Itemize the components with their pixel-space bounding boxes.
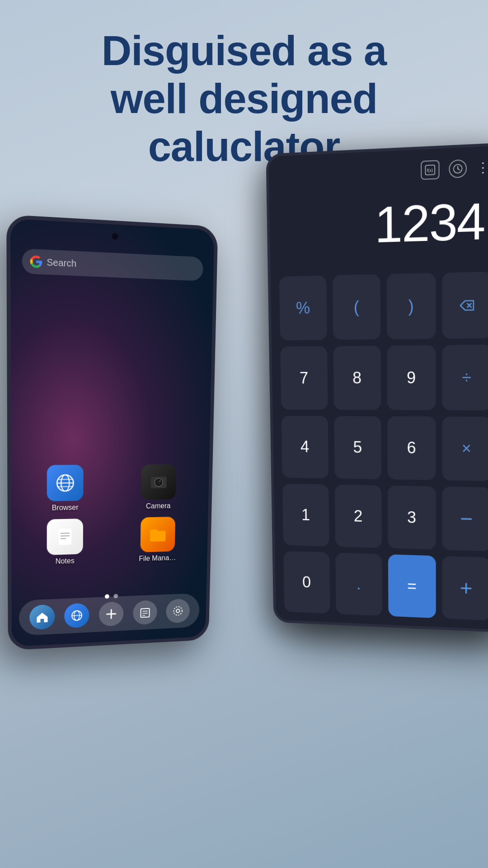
svg-point-23 (174, 607, 182, 616)
google-logo (30, 255, 43, 269)
notes-doc-icon (55, 527, 75, 547)
nine-button[interactable]: 9 (387, 345, 436, 410)
three-button[interactable]: 3 (388, 486, 436, 550)
list-item[interactable]: Notes (21, 518, 109, 566)
close-paren-button[interactable]: ) (387, 273, 436, 340)
svg-line-28 (458, 169, 460, 170)
svg-line-19 (142, 611, 147, 612)
front-camera (111, 232, 119, 241)
percent-button[interactable]: % (279, 275, 327, 340)
four-button[interactable]: 4 (282, 415, 328, 478)
browser-icon (47, 465, 84, 501)
multiply-button[interactable]: × (442, 416, 488, 481)
svg-line-15 (72, 615, 82, 616)
backspace-icon (458, 299, 475, 312)
formula-icon-svg: f(x) (425, 165, 435, 175)
equals-button[interactable]: = (388, 554, 436, 618)
notes-icon (47, 519, 83, 555)
list-item[interactable]: File Mana… (115, 516, 200, 564)
list-item[interactable]: Browser (20, 465, 109, 513)
svg-line-17 (107, 614, 116, 614)
camera-label: Camera (146, 502, 171, 510)
svg-text:f(x): f(x) (427, 168, 433, 173)
delete-button[interactable] (442, 272, 488, 339)
clipboard-icon (139, 606, 151, 619)
open-paren-button[interactable]: ( (333, 274, 381, 340)
plus-button[interactable]: + (442, 556, 488, 621)
folder-icon (148, 525, 168, 544)
phone-back: Search Browser (6, 215, 218, 651)
camera-icon (141, 464, 176, 500)
two-button[interactable]: 2 (334, 485, 382, 548)
phones-area: Search Browser (0, 154, 488, 868)
dock-icon-home[interactable] (29, 604, 55, 630)
six-button[interactable]: 6 (387, 416, 436, 480)
phone-front: f(x) ⋮ 1234 % ( ) (266, 142, 488, 632)
calculator-screen: f(x) ⋮ 1234 % ( ) (268, 146, 488, 630)
calc-display: 1234 (269, 180, 488, 270)
browser-globe-icon (55, 473, 75, 493)
settings-icon (172, 605, 184, 617)
svg-rect-9 (59, 528, 71, 545)
globe-icon (71, 609, 84, 622)
minus-button[interactable]: − (442, 487, 488, 552)
eight-button[interactable]: 8 (333, 346, 381, 410)
history-icon[interactable] (449, 159, 467, 178)
svg-rect-18 (141, 609, 149, 618)
dock-icon-browser[interactable] (65, 603, 89, 628)
seven-button[interactable]: 7 (280, 346, 328, 410)
clock-icon (453, 163, 463, 174)
dock-icon-settings[interactable] (166, 599, 190, 623)
zero-button[interactable]: 0 (283, 551, 330, 613)
list-item[interactable]: Camera (116, 464, 201, 511)
app-grid: Browser Camera (20, 464, 201, 566)
plus-icon (105, 608, 117, 620)
home-screen: Search Browser (10, 219, 215, 647)
home-icon (36, 611, 48, 623)
search-text: Search (47, 257, 76, 269)
formula-icon[interactable]: f(x) (421, 160, 439, 180)
wallpaper (10, 219, 215, 647)
headline-line2: well designed (111, 75, 377, 122)
one-button[interactable]: 1 (282, 484, 329, 547)
headline-line1: Disguised as a (102, 28, 386, 74)
divide-button[interactable]: ÷ (442, 344, 488, 410)
camera-lens-icon (149, 472, 169, 491)
five-button[interactable]: 5 (334, 416, 381, 480)
svg-point-22 (176, 609, 180, 613)
filemanager-label: File Mana… (139, 554, 176, 563)
calc-buttons: % ( ) 7 8 9 ÷ 4 5 6 × (270, 265, 488, 630)
filemanager-icon (141, 517, 176, 552)
browser-label: Browser (52, 504, 79, 512)
decimal-button[interactable]: . (335, 553, 382, 616)
more-options-button[interactable]: ⋮ (476, 161, 488, 175)
notes-label: Notes (56, 557, 75, 566)
svg-line-20 (142, 613, 147, 613)
dock-icon-add[interactable] (99, 601, 124, 627)
dock-icon-notes[interactable] (133, 600, 157, 625)
